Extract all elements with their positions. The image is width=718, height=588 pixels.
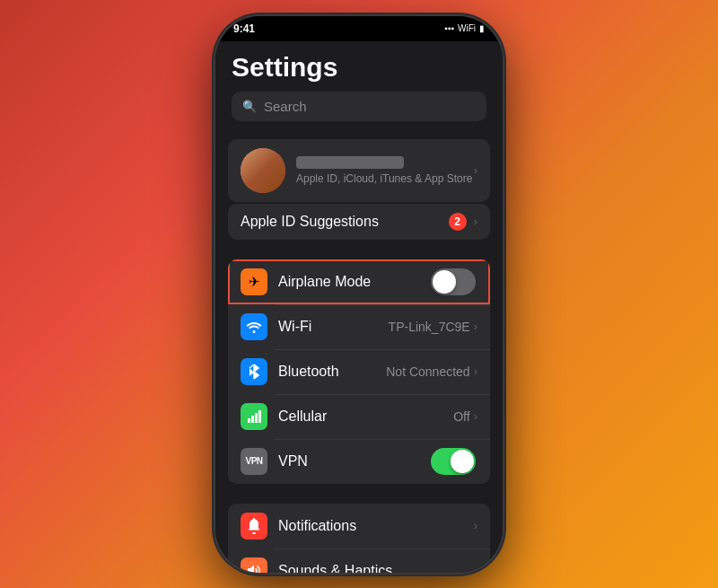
sounds-icon — [241, 557, 267, 573]
svg-rect-5 — [255, 413, 258, 423]
vpn-toggle-knob — [451, 450, 474, 473]
svg-point-7 — [252, 532, 256, 534]
vpn-label: VPN — [278, 453, 431, 470]
notifications-label: Notifications — [278, 518, 474, 534]
wifi-value: TP-Link_7C9E — [389, 320, 470, 334]
connectivity-group: ✈ Airplane Mode Wi-Fi — [228, 259, 490, 484]
notifications-group: Notifications › Sounds & Haptics › — [228, 504, 490, 573]
cellular-icon — [241, 403, 267, 430]
status-bar: 9:41 ▪▪▪ WiFi ▮ — [215, 16, 503, 41]
wifi-icon — [241, 313, 267, 340]
notifications-icon — [241, 513, 267, 540]
phone-shell: 9:41 ▪▪▪ WiFi ▮ Settings 🔍 Search — [215, 16, 503, 573]
search-bar[interactable]: 🔍 Search — [232, 92, 486, 121]
wifi-label: Wi-Fi — [278, 319, 389, 335]
sounds-haptics-row[interactable]: Sounds & Haptics › — [228, 549, 490, 573]
vpn-row[interactable]: VPN VPN — [228, 439, 490, 484]
wifi-status-icon: WiFi — [458, 23, 476, 33]
avatar — [241, 148, 285, 193]
profile-info: Apple ID, iCloud, iTunes & App Store — [296, 156, 474, 185]
cellular-row[interactable]: Cellular Off › — [228, 394, 490, 439]
bluetooth-label: Bluetooth — [278, 364, 386, 380]
phone-screen: 9:41 ▪▪▪ WiFi ▮ Settings 🔍 Search — [215, 16, 503, 573]
status-time: 9:41 — [233, 22, 255, 35]
suggestions-label: Apple ID Suggestions — [241, 214, 449, 230]
status-icons: ▪▪▪ WiFi ▮ — [444, 23, 485, 33]
search-icon: 🔍 — [242, 100, 257, 113]
profile-subtitle: Apple ID, iCloud, iTunes & App Store — [296, 172, 474, 185]
search-placeholder: Search — [264, 99, 307, 114]
signal-icon: ▪▪▪ — [444, 23, 454, 33]
cellular-chevron: › — [474, 409, 477, 423]
cellular-label: Cellular — [278, 408, 453, 425]
svg-rect-3 — [248, 418, 250, 423]
wifi-row[interactable]: Wi-Fi TP-Link_7C9E › — [228, 304, 490, 349]
wifi-chevron: › — [474, 320, 477, 333]
suggestions-chevron: › — [474, 215, 477, 228]
bluetooth-value: Not Connected — [386, 364, 469, 379]
vpn-toggle[interactable] — [431, 448, 476, 475]
profile-chevron: › — [474, 163, 477, 177]
airplane-mode-row[interactable]: ✈ Airplane Mode — [228, 259, 490, 304]
profile-row[interactable]: Apple ID, iCloud, iTunes & App Store › — [228, 139, 490, 202]
suggestions-row[interactable]: Apple ID Suggestions 2 › — [228, 204, 490, 240]
page-title: Settings — [232, 52, 486, 83]
bluetooth-icon — [241, 358, 267, 385]
airplane-mode-toggle-knob — [433, 270, 456, 294]
notifications-row[interactable]: Notifications › — [228, 504, 490, 549]
battery-icon: ▮ — [479, 23, 485, 33]
bluetooth-chevron: › — [474, 364, 477, 378]
svg-rect-4 — [251, 416, 254, 423]
notifications-chevron: › — [474, 519, 477, 532]
header: Settings 🔍 Search — [215, 41, 503, 139]
svg-rect-6 — [258, 410, 261, 423]
suggestions-badge: 2 — [449, 213, 467, 231]
cellular-value: Off — [453, 409, 469, 424]
airplane-mode-toggle[interactable] — [431, 268, 476, 295]
airplane-mode-icon: ✈ — [241, 268, 267, 295]
profile-name-blur — [296, 156, 404, 169]
bluetooth-row[interactable]: Bluetooth Not Connected › — [228, 349, 490, 394]
airplane-mode-label: Airplane Mode — [278, 274, 431, 290]
sounds-haptics-label: Sounds & Haptics — [278, 563, 474, 573]
section-gap-1 — [215, 241, 503, 259]
settings-content[interactable]: Settings 🔍 Search Apple ID, iCloud, iTun… — [215, 41, 503, 573]
section-gap-2 — [215, 486, 503, 504]
sounds-haptics-chevron: › — [474, 564, 477, 573]
vpn-icon: VPN — [241, 448, 267, 475]
